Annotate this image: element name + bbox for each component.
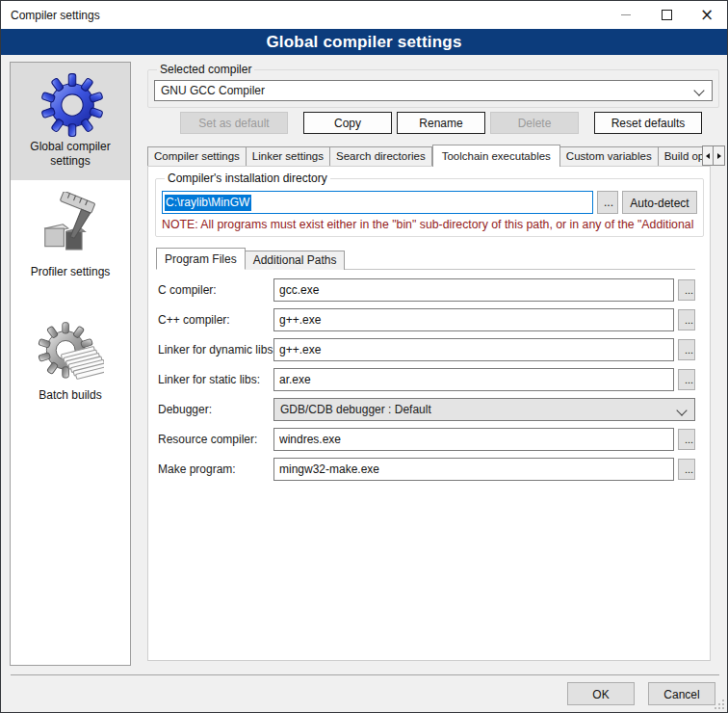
maximize-icon [662,10,672,20]
c-compiler-input[interactable] [273,278,674,302]
compiler-actions: Set as default Copy Rename Delete Reset … [143,112,721,134]
browse-button[interactable]: ... [678,369,695,390]
close-icon: × [700,7,714,23]
selected-compiler-group: Selected compiler GNU GCC Compiler [147,63,719,108]
installation-directory-legend: Compiler's installation directory [165,172,330,185]
form-row-static-linker: Linker for static libs: ... [158,368,695,391]
browse-button[interactable]: ... [678,339,695,360]
maximize-button[interactable] [646,1,687,29]
selected-path-text: C:\raylib\MinGW [165,195,251,211]
sidebar: Global compiler settings [10,62,131,666]
compiler-settings-dialog: Compiler settings × Global compiler sett… [0,0,728,713]
tab-linker-settings[interactable]: Linker settings [247,146,330,166]
ok-button[interactable]: OK [567,682,635,705]
tab-custom-variables[interactable]: Custom variables [560,146,659,166]
tab-toolchain-executables[interactable]: Toolchain executables [432,145,560,167]
batch-builds-icon [37,317,104,386]
dynamic-linker-input[interactable] [273,338,674,361]
footer-separator [11,674,719,675]
form-row-debugger: Debugger: GDB/CDB debugger : Default [158,398,695,421]
installation-directory-input[interactable]: C:\raylib\MinGW [162,191,593,214]
note-text: NOTE: All programs must exist either in … [162,218,697,231]
tab-scroll-right-button[interactable] [714,145,725,166]
settings-tabs: Compiler settings Linker settings Search… [147,145,702,167]
sidebar-item-label: Global compiler settings [13,140,127,169]
subtab-additional-paths[interactable]: Additional Paths [246,251,346,270]
resize-grip[interactable] [713,698,725,710]
subtab-program-files[interactable]: Program Files [156,248,246,270]
field-label: Debugger: [158,403,273,416]
compiler-select-value: GNU GCC Compiler [161,84,265,97]
browse-button[interactable]: ... [678,309,695,330]
browse-button[interactable]: ... [678,459,695,480]
chevron-down-icon [693,85,704,95]
minimize-icon [621,14,631,15]
resource-compiler-input[interactable] [273,428,674,451]
sidebar-item-global-compiler-settings[interactable]: Global compiler settings [11,63,130,180]
field-label: Linker for dynamic libs: [158,343,273,356]
browse-button[interactable]: ... [678,429,695,450]
form-row-c-compiler: C compiler: ... [158,278,695,302]
tab-search-directories[interactable]: Search directories [330,146,432,166]
caption-buttons: × [606,1,727,29]
form-row-dynamic-linker: Linker for dynamic libs: ... [158,338,695,361]
title-bar[interactable]: Compiler settings × [1,1,727,29]
make-program-input[interactable] [273,458,674,481]
sidebar-item-profiler-settings[interactable]: Profiler settings [11,186,130,298]
blue-gear-icon [38,68,103,138]
debugger-select-value: GDB/CDB debugger : Default [280,403,431,416]
field-label: Resource compiler: [158,433,273,446]
program-files-form: C compiler: ... C++ compiler: ... Linker… [158,278,695,488]
browse-directory-button[interactable]: ... [597,191,618,214]
cancel-button[interactable]: Cancel [648,682,715,705]
close-button[interactable]: × [687,1,727,29]
auto-detect-button[interactable]: Auto-detect [622,191,697,214]
compiler-select[interactable]: GNU GCC Compiler [154,80,713,101]
tab-build-options[interactable]: Build options [659,146,702,166]
browse-button[interactable]: ... [678,279,695,301]
tab-scroll-left-button[interactable] [702,145,714,166]
window-title: Compiler settings [1,9,100,22]
form-row-make-program: Make program: ... [158,458,695,481]
installation-directory-group: Compiler's installation directory C:\ray… [155,172,704,237]
program-subtabs: Program Files Additional Paths [156,248,695,270]
debugger-select[interactable]: GDB/CDB debugger : Default [273,398,695,421]
copy-button[interactable]: Copy [303,112,392,134]
cpp-compiler-input[interactable] [273,308,674,331]
field-label: C++ compiler: [158,313,273,327]
sidebar-item-label: Batch builds [13,388,127,403]
right-triangle-icon [717,153,721,159]
tab-compiler-settings[interactable]: Compiler settings [147,146,247,166]
minimize-button[interactable] [606,1,646,29]
profiler-icon [37,192,104,263]
sidebar-item-batch-builds[interactable]: Batch builds [11,311,130,412]
form-row-resource-compiler: Resource compiler: ... [158,428,695,451]
toolchain-pane: Compiler's installation directory C:\ray… [147,166,711,661]
field-label: Make program: [158,462,273,476]
page-title: Global compiler settings [1,29,727,55]
field-label: Linker for static libs: [158,373,273,386]
rename-button[interactable]: Rename [397,112,485,134]
form-row-cpp-compiler: C++ compiler: ... [158,308,695,331]
sidebar-item-label: Profiler settings [13,265,127,279]
tab-scroll-buttons [702,145,725,166]
field-label: C compiler: [158,283,273,297]
left-triangle-icon [706,153,710,159]
static-linker-input[interactable] [273,368,674,391]
delete-button[interactable]: Delete [490,112,579,134]
reset-defaults-button[interactable]: Reset defaults [594,112,702,134]
selected-compiler-legend: Selected compiler [157,63,254,76]
set-as-default-button[interactable]: Set as default [180,112,288,134]
chevron-down-icon [676,405,687,415]
